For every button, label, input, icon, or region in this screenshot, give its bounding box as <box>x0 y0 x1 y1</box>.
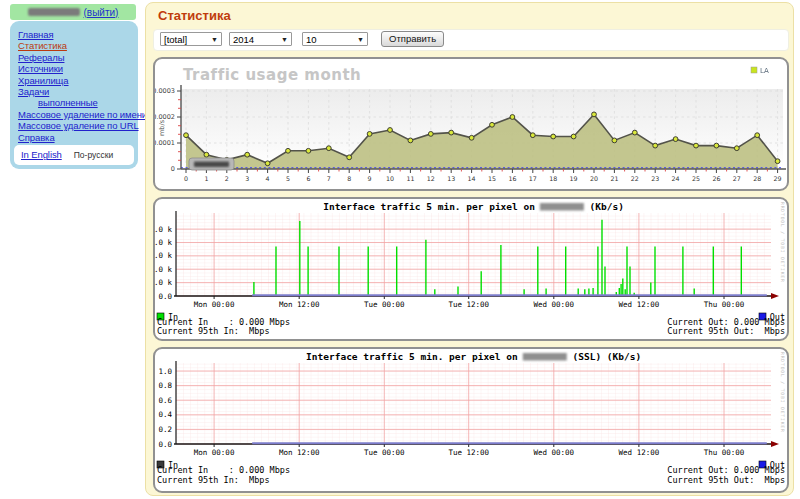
svg-text:13: 13 <box>447 175 455 182</box>
svg-text:9: 9 <box>368 175 372 182</box>
svg-text:Current 95th Out: Mbps: Current 95th Out: Mbps <box>667 475 785 485</box>
year-value: 2014 <box>233 34 254 45</box>
sidebar-item-bulk-delete-by-name[interactable]: Массовое удаление по имени <box>18 109 138 120</box>
svg-text:11: 11 <box>406 175 414 182</box>
svg-text:10: 10 <box>386 175 394 182</box>
year-select[interactable]: 2014 ▼ <box>229 32 292 46</box>
main-panel: Статистика [total] ▼ 2014 ▼ 10 ▼ Отправи… <box>145 2 794 496</box>
svg-text:0.0: 0.0 <box>158 440 172 449</box>
svg-text:0.0001: 0.0001 <box>155 139 175 147</box>
sidebar-item-bulk-delete-by-url[interactable]: Массовое удаление по URL <box>18 120 138 131</box>
svg-text:Tue 00:00: Tue 00:00 <box>364 448 405 457</box>
svg-text:(Kb/s): (Kb/s) <box>584 201 624 212</box>
sidebar-item-storages[interactable]: Хранилища <box>18 75 138 86</box>
svg-text:Wed 12:00: Wed 12:00 <box>619 448 660 457</box>
report-type-value: [total] <box>164 34 187 45</box>
svg-text:Mon 12:00: Mon 12:00 <box>279 300 320 309</box>
svg-text:3.0 k: 3.0 k <box>155 251 172 260</box>
svg-text:Tue 12:00: Tue 12:00 <box>448 448 489 457</box>
svg-text:8: 8 <box>347 175 351 182</box>
svg-text:Current Out: 0.000 Mbps: Current Out: 0.000 Mbps <box>667 465 785 475</box>
svg-text:6: 6 <box>306 175 310 182</box>
svg-text:16: 16 <box>508 175 516 182</box>
chevron-down-icon: ▼ <box>281 36 288 43</box>
month-value: 10 <box>306 34 317 45</box>
svg-text:0.4: 0.4 <box>158 410 172 419</box>
svg-text:3: 3 <box>245 175 249 182</box>
svg-text:Interface traffic 5 min. per p: Interface traffic 5 min. per pixel on <box>306 351 523 362</box>
svg-text:RRDTOOL / TOBI OETIKER: RRDTOOL / TOBI OETIKER <box>780 202 785 283</box>
svg-text:Thu 00:00: Thu 00:00 <box>704 448 745 457</box>
svg-text:Mon 12:00: Mon 12:00 <box>279 448 320 457</box>
svg-text:2.0 k: 2.0 k <box>155 265 172 274</box>
sidebar-item-tasks[interactable]: Задачи <box>18 86 138 97</box>
svg-text:Mon 00:00: Mon 00:00 <box>194 448 235 457</box>
user-bar: (выйти) <box>10 4 136 20</box>
sidebar-item-help[interactable]: Справка <box>18 132 138 143</box>
username-redacted <box>28 8 80 16</box>
svg-text:4.0 k: 4.0 k <box>155 238 172 247</box>
svg-text:0.2: 0.2 <box>158 425 172 434</box>
svg-text:5: 5 <box>286 175 290 182</box>
svg-text:(SSL) (Kb/s): (SSL) (Kb/s) <box>567 351 641 362</box>
svg-text:Wed 12:00: Wed 12:00 <box>619 300 660 309</box>
svg-text:0.0003: 0.0003 <box>155 87 175 95</box>
page: (выйти) Главная Статистика Рефералы Исто… <box>0 0 800 499</box>
svg-text:1: 1 <box>204 175 208 182</box>
language-switcher: In English По-русски <box>14 145 134 165</box>
svg-text:18: 18 <box>549 175 557 182</box>
page-title: Статистика <box>158 8 231 23</box>
svg-text:17: 17 <box>529 175 537 182</box>
svg-text:Current 95th In: Mbps: Current 95th In: Mbps <box>157 326 270 336</box>
svg-text:0: 0 <box>184 175 188 182</box>
svg-text:Current In : 0.000 Mbps: Current In : 0.000 Mbps <box>157 465 290 475</box>
svg-text:Traffic usage month: Traffic usage month <box>183 66 361 84</box>
svg-text:Current 95th In: Mbps: Current 95th In: Mbps <box>157 475 270 485</box>
svg-text:2: 2 <box>225 175 229 182</box>
svg-text:24: 24 <box>672 175 680 182</box>
svg-text:25: 25 <box>692 175 700 182</box>
svg-text:4: 4 <box>266 175 270 182</box>
svg-text:20: 20 <box>590 175 598 182</box>
sidebar-item-home[interactable]: Главная <box>18 29 138 40</box>
sidebar: Главная Статистика Рефералы Источники Хр… <box>10 21 138 169</box>
svg-text:19: 19 <box>570 175 578 182</box>
sidebar-item-statistics[interactable]: Статистика <box>18 40 138 51</box>
report-type-select[interactable]: [total] ▼ <box>160 32 222 46</box>
interface-traffic-chart: Interface traffic 5 min. per pixel on (K… <box>153 197 789 341</box>
svg-text:26: 26 <box>712 175 720 182</box>
svg-text:14: 14 <box>468 175 476 182</box>
svg-text:22: 22 <box>631 175 639 182</box>
traffic-usage-month-chart: Traffic usage monthLA00.00010.00020.0003… <box>153 57 789 191</box>
svg-text:5.0 k: 5.0 k <box>155 225 172 234</box>
svg-text:Wed 00:00: Wed 00:00 <box>533 448 574 457</box>
chevron-down-icon: ▼ <box>357 36 364 43</box>
svg-text:mb/s: mb/s <box>158 119 166 136</box>
svg-text:29: 29 <box>774 175 782 182</box>
filters-bar: [total] ▼ 2014 ▼ 10 ▼ Отправить <box>153 29 789 51</box>
svg-text:23: 23 <box>651 175 659 182</box>
chevron-down-icon: ▼ <box>211 36 218 43</box>
svg-text:28: 28 <box>753 175 761 182</box>
svg-text:1.0 k: 1.0 k <box>155 278 172 287</box>
sidebar-item-tasks-completed[interactable]: выполненные <box>38 97 138 108</box>
sidebar-item-sources[interactable]: Источники <box>18 63 138 74</box>
svg-text:Thu 00:00: Thu 00:00 <box>704 300 745 309</box>
logout-link[interactable]: (выйти) <box>84 7 119 18</box>
svg-text:RRDTOOL / TOBI OETIKER: RRDTOOL / TOBI OETIKER <box>780 352 785 433</box>
svg-text:7: 7 <box>327 175 331 182</box>
svg-text:15: 15 <box>488 175 496 182</box>
svg-text:Wed 00:00: Wed 00:00 <box>533 300 574 309</box>
svg-text:0: 0 <box>171 165 175 173</box>
submit-button[interactable]: Отправить <box>381 31 444 47</box>
svg-text:Current 95th Out: Mbps: Current 95th Out: Mbps <box>667 326 785 336</box>
interface-traffic-ssl-chart: Interface traffic 5 min. per pixel on (S… <box>153 347 789 493</box>
svg-text:27: 27 <box>733 175 741 182</box>
svg-text:LA: LA <box>760 67 769 75</box>
sidebar-item-referrals[interactable]: Рефералы <box>18 52 138 63</box>
svg-text:Mon 00:00: Mon 00:00 <box>194 300 235 309</box>
lang-english-link[interactable]: In English <box>21 149 62 160</box>
svg-text:0.0: 0.0 <box>158 292 172 301</box>
month-select[interactable]: 10 ▼ <box>302 32 368 46</box>
svg-text:Tue 00:00: Tue 00:00 <box>364 300 405 309</box>
